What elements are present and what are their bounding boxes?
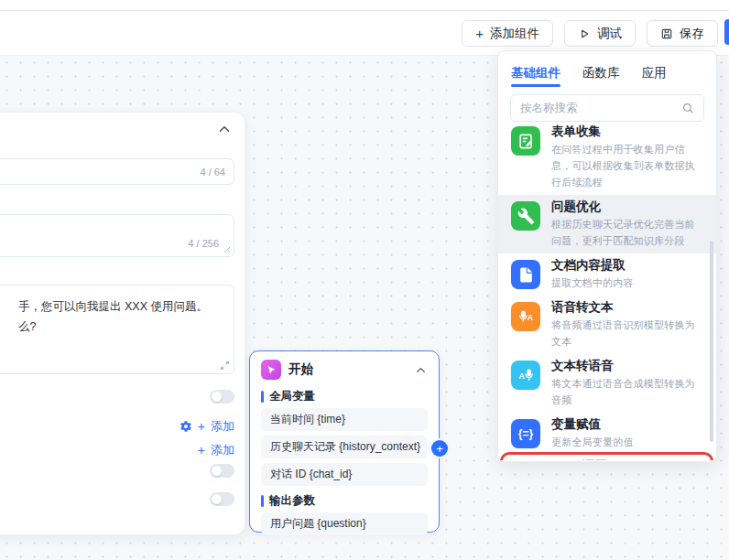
window-top-edge [0,0,729,11]
debug-button[interactable]: 调试 [564,20,636,47]
popover-tabs: 基础组件 函数库 应用 [498,51,716,91]
add-output-label: 添加 [211,442,234,458]
component-item-speech-to-text[interactable]: A 语音转文本 将音频通过语音识别模型转换为文本 [498,296,716,354]
item-title: 语音转文本 [551,300,703,315]
plus-icon: + [198,419,205,434]
toggle-switch-3[interactable] [210,492,234,506]
item-title: MCP 调用 [551,459,703,460]
workflow-editor-screen: + 添加组件 调试 保存 4 / 64 4 / 256 手，您可以向我提出 XX [0,0,729,560]
global-variables-label: 全局变量 [269,389,315,404]
name-char-counter: 4 / 64 [200,167,225,178]
editor-toolbar: + 添加组件 调试 保存 [0,12,729,56]
chevron-up-icon[interactable] [414,363,428,377]
intro-char-counter: 4 / 256 [188,238,219,249]
text-to-speech-icon: A [511,361,540,390]
item-desc: 提取文档中的内容 [551,275,634,291]
form-collect-icon [511,126,540,156]
expand-icon[interactable] [220,361,230,371]
resize-handle-icon[interactable] [223,246,231,253]
item-desc: 将音频通过语音识别模型转换为文本 [551,317,703,350]
component-list: 表单收集 在问答过程中用于收集用户信息，可以根据收集到表单数据执行后续流程 问题… [498,124,716,460]
component-item-question-optimize[interactable]: 问题优化 根据历史聊天记录优化完善当前问题，更利于匹配知识库分段 [498,195,716,253]
add-component-label: 添加组件 [490,26,539,42]
add-output-row[interactable]: + 添加 [198,442,234,458]
debug-label: 调试 [597,26,622,42]
output-params-section: 输出参数 [250,490,439,512]
item-desc: 将文本通过语音合成模型转换为音频 [551,375,703,408]
toggle-switch-2[interactable] [210,464,234,478]
variable-row-history[interactable]: 历史聊天记录 {history_context} [261,436,428,458]
toggle-switch-1[interactable] [210,390,234,404]
variable-row-chat-id[interactable]: 对话 ID {chat_id} [261,463,428,486]
item-text: 表单收集 在问答过程中用于收集用户信息，可以根据收集到表单数据执行后续流程 [551,124,703,190]
svg-text:A: A [527,313,533,322]
cursor-icon [261,360,281,380]
add-variable-label: 添加 [211,418,234,435]
item-title: 文本转语音 [551,359,703,373]
plus-icon: + [475,27,484,40]
add-component-button[interactable]: + 添加组件 [462,20,553,47]
name-input[interactable]: 4 / 64 [0,158,234,185]
item-title: 文档内容提取 [551,258,634,273]
play-icon [578,27,591,40]
document-icon [511,260,540,289]
plus-icon: + [198,443,205,458]
item-title: 表单收集 [551,124,703,139]
start-node-title: 开始 [288,361,407,378]
wrench-icon [511,201,540,231]
item-text: 文档内容提取 提取文档中的内容 [551,258,634,291]
tab-apps[interactable]: 应用 [642,65,667,91]
svg-text:A: A [518,372,525,381]
intro-textarea[interactable]: 4 / 256 [0,214,234,257]
search-input[interactable] [511,102,681,114]
chevron-up-icon[interactable] [216,121,233,137]
node-config-panel: 4 / 64 4 / 256 手，您可以向我提出 XXX 使用问题。 么? + … [0,112,245,535]
popover-scrollbar[interactable] [710,241,713,442]
item-text: 问题优化 根据历史聊天记录优化完善当前问题，更利于匹配知识库分段 [551,199,703,249]
output-params-label: 输出参数 [269,493,315,509]
section-accent-bar [261,495,264,507]
tab-basic-components[interactable]: 基础组件 [511,65,560,91]
item-text: 语音转文本 将音频通过语音识别模型转换为文本 [551,300,703,350]
save-icon [660,27,673,40]
start-node[interactable]: 开始 全局变量 当前时间 {time} 历史聊天记录 {history_cont… [249,350,440,533]
item-text: 文本转语音 将文本通过语音合成模型转换为音频 [551,359,703,408]
search-icon [681,102,694,114]
component-item-doc-extract[interactable]: 文档内容提取 提取文档中的内容 [498,253,716,296]
section-accent-bar [261,391,264,403]
start-node-header: 开始 [250,351,439,386]
add-connection-button[interactable]: + [431,440,448,457]
component-item-variable-assign[interactable]: {=} 变量赋值 更新全局变量的值 [498,413,716,455]
braces-icon: {=} [511,419,540,448]
item-desc: 根据历史聊天记录优化完善当前问题，更利于匹配知识库分段 [551,216,703,249]
item-title: 变量赋值 [551,417,634,432]
item-text: MCP 调用 通过SSE方式执行MCP服务中的工具 [551,459,703,460]
speech-to-text-icon: A [511,302,540,331]
gear-icon[interactable] [180,420,192,433]
component-popover: 基础组件 函数库 应用 表单收集 在问答过程中用于收集用户信息，可以根据收集到表… [497,50,717,462]
item-desc: 在问答过程中用于收集用户信息，可以根据收集到表单数据执行后续流程 [551,141,703,190]
tab-function-library[interactable]: 函数库 [582,65,620,91]
variable-row-time[interactable]: 当前时间 {time} [261,408,428,431]
item-desc: 更新全局变量的值 [551,434,634,450]
component-item-mcp-call[interactable]: MCP 调用 通过SSE方式执行MCP服务中的工具 [498,455,716,460]
save-button[interactable]: 保存 [647,20,718,47]
component-item-text-to-speech[interactable]: A 文本转语音 将文本通过语音合成模型转换为音频 [498,354,716,413]
primary-button-partial[interactable] [724,19,729,45]
welcome-textarea[interactable]: 手，您可以向我提出 XXX 使用问题。 么? [0,285,234,374]
item-title: 问题优化 [551,199,703,214]
welcome-text: 手，您可以向我提出 XXX 使用问题。 么? [18,296,208,337]
add-variable-row[interactable]: + 添加 [180,418,234,435]
save-label: 保存 [680,26,704,42]
component-item-form-collect[interactable]: 表单收集 在问答过程中用于收集用户信息，可以根据收集到表单数据执行后续流程 [498,124,716,195]
item-text: 变量赋值 更新全局变量的值 [551,417,634,450]
output-row-question[interactable]: 用户问题 {question} [261,512,428,535]
global-variables-section: 全局变量 [250,386,439,408]
component-search[interactable] [510,94,704,122]
